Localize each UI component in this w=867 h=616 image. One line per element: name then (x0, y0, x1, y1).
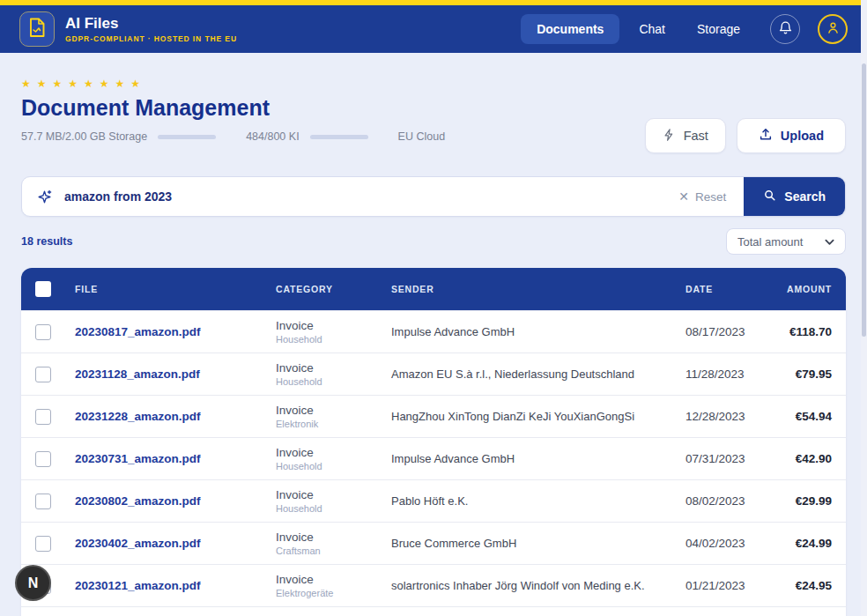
search-button-label: Search (784, 189, 826, 204)
ki-quota-label: 484/800 KI (246, 130, 299, 143)
category-cell: Invoice Elektronik (276, 404, 391, 429)
sender-cell: Amazon EU S.à r.l., Niederlassung Deutsc… (391, 367, 685, 381)
category-sub: Elektronik (276, 419, 391, 429)
floating-n-button[interactable]: N (15, 565, 51, 601)
close-icon: ✕ (678, 189, 689, 204)
row-checkbox[interactable] (35, 324, 51, 340)
user-avatar-button[interactable] (818, 14, 848, 44)
date-cell: 08/02/2023 (685, 494, 770, 508)
upload-button-label: Upload (781, 129, 824, 143)
file-link[interactable]: 20231128_amazon.pdf (75, 367, 276, 381)
app-tagline: GDPR-COMPLIANT · HOSTED IN THE EU (65, 34, 237, 43)
select-all-checkbox[interactable] (35, 281, 51, 297)
ai-sparkle-icon (36, 189, 53, 205)
upload-button[interactable]: Upload (737, 118, 846, 153)
fast-button-label: Fast (684, 129, 708, 143)
chevron-down-icon (825, 235, 834, 249)
date-cell: 07/31/2023 (685, 452, 770, 465)
scrollbar-thumb[interactable] (862, 63, 866, 337)
table-row[interactable]: 20230802_amazon.pdf Invoice Household Pa… (21, 479, 846, 522)
row-checkbox[interactable] (35, 409, 51, 425)
app-title: AI Files (65, 15, 237, 33)
sender-cell: Bruce Commerce GmbH (391, 537, 685, 550)
storage-label: 57.7 MB/2.00 GB Storage (21, 130, 147, 143)
nav-item-documents[interactable]: Documents (521, 14, 619, 44)
star-icon: ★ (130, 78, 146, 90)
table-row[interactable]: 20231128_amazon.pdf Invoice Household Am… (21, 353, 846, 395)
nav-item-storage[interactable]: Storage (685, 14, 752, 44)
sender-cell: solartronics Inhaber Jörg Windolf von Me… (391, 579, 685, 592)
usage-stats: 57.7 MB/2.00 GB Storage 484/800 KI EU Cl… (21, 130, 445, 143)
brand-text: AI Files GDPR-COMPLIANT · HOSTED IN THE … (65, 15, 237, 44)
app-header: AI Files GDPR-COMPLIANT · HOSTED IN THE … (0, 5, 867, 53)
table-body: 20230817_amazon.pdf Invoice Household Im… (21, 310, 846, 616)
file-link[interactable]: 20230731_amazon.pdf (75, 452, 276, 465)
category-main: Invoice (276, 361, 391, 375)
search-button[interactable]: Search (744, 177, 845, 216)
amount-cell: €29.99 (770, 494, 832, 508)
column-header-file[interactable]: FILE (75, 284, 276, 294)
file-link[interactable]: 20230817_amazon.pdf (75, 325, 276, 338)
sender-cell: Impulse Advance GmbH (391, 325, 685, 338)
table-row[interactable]: 20230817_amazon.pdf Invoice Household Im… (21, 310, 846, 353)
page-head-left: Document Management 57.7 MB/2.00 GB Stor… (21, 90, 445, 153)
app-logo[interactable] (19, 11, 55, 47)
ki-progress-bar (310, 135, 368, 139)
search-bar: ✕ Reset Search (21, 176, 846, 217)
table-header: FILE CATEGORY SENDER DATE AMOUNT (21, 268, 846, 310)
table-row[interactable]: 20230121_amazon.pdf Invoice Elektrogerät… (21, 564, 846, 606)
main-content: ★★★★★★★★ Document Management 57.7 MB/2.0… (0, 78, 867, 616)
table-row[interactable]: 20230402_amazon.pdf Invoice Craftsman Br… (21, 522, 846, 564)
table-row[interactable]: 20230731_amazon.pdf Invoice Household Im… (21, 437, 846, 479)
lightning-icon (663, 128, 676, 145)
row-checkbox[interactable] (35, 536, 51, 552)
table-row[interactable]: 20230826_amazon.pdf Invoice Household NE… (21, 606, 846, 616)
star-icon: ★ (115, 78, 131, 90)
page-head: Document Management 57.7 MB/2.00 GB Stor… (21, 90, 846, 153)
nav-item-chat[interactable]: Chat (626, 14, 678, 44)
category-cell: Invoice Household (276, 361, 391, 387)
notifications-button[interactable] (770, 14, 800, 44)
page-scrollbar[interactable] (861, 0, 867, 616)
file-link[interactable]: 20230402_amazon.pdf (75, 537, 276, 550)
date-cell: 12/28/2023 (685, 410, 770, 423)
column-header-category[interactable]: CATEGORY (276, 284, 391, 294)
upload-icon (759, 127, 773, 145)
fast-button[interactable]: Fast (645, 118, 726, 153)
date-cell: 08/17/2023 (685, 325, 770, 338)
amount-cell: €54.94 (770, 410, 832, 423)
category-main: Invoice (276, 531, 391, 544)
document-signature-icon (27, 17, 47, 42)
category-main: Invoice (276, 404, 391, 417)
reset-button[interactable]: ✕ Reset (678, 189, 726, 204)
sender-cell: Impulse Advance GmbH (391, 452, 685, 465)
page-actions: Fast Upload (645, 118, 846, 153)
category-sub: Craftsman (276, 545, 391, 556)
cloud-label: EU Cloud (398, 130, 446, 143)
date-cell: 11/28/2023 (685, 367, 770, 381)
table-row[interactable]: 20231228_amazon.pdf Invoice Elektronik H… (21, 395, 846, 437)
amount-cell: €42.90 (770, 452, 832, 465)
search-icon (763, 189, 776, 204)
star-icon: ★ (84, 78, 100, 90)
column-header-date[interactable]: DATE (685, 284, 770, 294)
sort-dropdown[interactable]: Total amount (726, 228, 846, 255)
row-checkbox[interactable] (35, 367, 51, 382)
file-link[interactable]: 20230121_amazon.pdf (75, 579, 276, 592)
main-nav: DocumentsChatStorage (521, 14, 752, 44)
column-header-sender[interactable]: SENDER (391, 284, 685, 294)
category-sub: Household (276, 503, 391, 514)
file-link[interactable]: 20231228_amazon.pdf (75, 410, 276, 423)
star-icon: ★ (100, 78, 115, 90)
file-link[interactable]: 20230802_amazon.pdf (75, 494, 276, 508)
category-cell: Invoice Craftsman (276, 531, 391, 556)
search-input[interactable] (64, 189, 678, 204)
floating-n-label: N (28, 575, 39, 591)
row-checkbox[interactable] (35, 451, 51, 467)
sender-cell: Pablo Höft e.K. (391, 494, 685, 508)
category-main: Invoice (276, 446, 391, 459)
row-checkbox[interactable] (35, 494, 51, 509)
storage-progress-bar (158, 135, 216, 139)
column-header-amount[interactable]: AMOUNT (770, 284, 832, 294)
star-icon: ★ (53, 78, 69, 90)
